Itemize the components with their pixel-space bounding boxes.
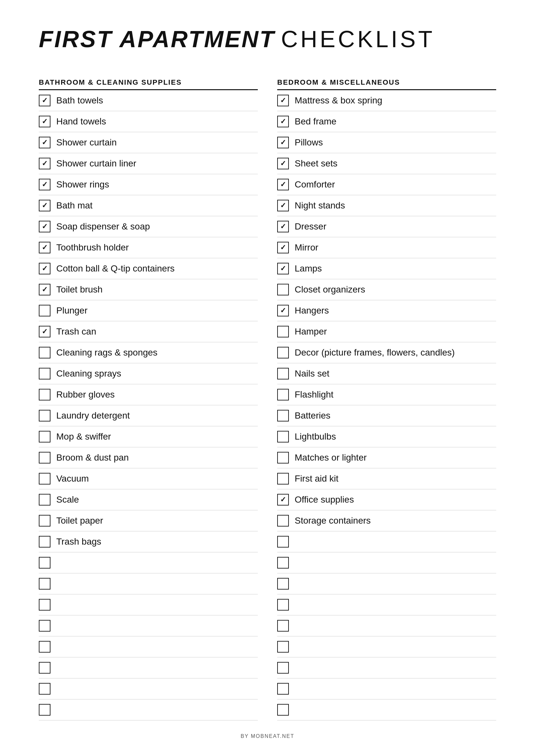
list-item[interactable]: Shower curtain <box>39 132 258 153</box>
checkbox-unchecked[interactable] <box>39 410 50 421</box>
checkbox-unchecked[interactable] <box>39 662 50 674</box>
checkbox-checked[interactable] <box>39 116 50 127</box>
checkbox-checked[interactable] <box>277 137 289 148</box>
list-item[interactable] <box>277 658 496 678</box>
checkbox-unchecked[interactable] <box>39 368 50 379</box>
checkbox-unchecked[interactable] <box>39 431 50 443</box>
list-item[interactable] <box>277 573 496 594</box>
list-item[interactable] <box>277 553 496 573</box>
list-item[interactable]: Hand towels <box>39 111 258 132</box>
list-item[interactable]: Sheet sets <box>277 153 496 174</box>
list-item[interactable]: Cleaning rags & sponges <box>39 342 258 363</box>
list-item[interactable]: Night stands <box>277 195 496 216</box>
list-item[interactable] <box>39 553 258 573</box>
list-item[interactable] <box>277 636 496 658</box>
checkbox-checked[interactable] <box>39 221 50 232</box>
list-item[interactable] <box>39 594 258 615</box>
list-item[interactable]: Bed frame <box>277 111 496 132</box>
list-item[interactable]: Office supplies <box>277 489 496 510</box>
list-item[interactable]: Nails set <box>277 363 496 384</box>
checkbox-unchecked[interactable] <box>39 683 50 694</box>
checkbox-checked[interactable] <box>39 284 50 295</box>
checkbox-checked[interactable] <box>39 95 50 106</box>
checkbox-checked[interactable] <box>39 179 50 190</box>
checkbox-unchecked[interactable] <box>277 683 289 694</box>
checkbox-unchecked[interactable] <box>277 536 289 548</box>
list-item[interactable] <box>277 531 496 553</box>
checkbox-checked[interactable] <box>39 137 50 148</box>
checkbox-unchecked[interactable] <box>39 452 50 464</box>
checkbox-unchecked[interactable] <box>39 557 50 569</box>
list-item[interactable]: Toothbrush holder <box>39 237 258 258</box>
list-item[interactable]: Storage containers <box>277 510 496 531</box>
list-item[interactable]: Cotton ball & Q-tip containers <box>39 258 258 279</box>
list-item[interactable]: Soap dispenser & soap <box>39 216 258 237</box>
checkbox-checked[interactable] <box>277 263 289 274</box>
list-item[interactable]: Hamper <box>277 321 496 342</box>
checkbox-checked[interactable] <box>277 494 289 505</box>
list-item[interactable]: Decor (picture frames, flowers, candles) <box>277 342 496 363</box>
checkbox-unchecked[interactable] <box>277 515 289 526</box>
checkbox-unchecked[interactable] <box>277 431 289 443</box>
list-item[interactable]: Bath mat <box>39 195 258 216</box>
checkbox-unchecked[interactable] <box>39 536 50 548</box>
checkbox-unchecked[interactable] <box>277 704 289 716</box>
list-item[interactable]: Pillows <box>277 132 496 153</box>
checkbox-unchecked[interactable] <box>277 557 289 569</box>
list-item[interactable]: Lamps <box>277 258 496 279</box>
list-item[interactable]: Plunger <box>39 300 258 321</box>
list-item[interactable]: Mop & swiffer <box>39 426 258 447</box>
checkbox-unchecked[interactable] <box>39 641 50 653</box>
list-item[interactable] <box>277 594 496 615</box>
list-item[interactable]: Flashlight <box>277 384 496 405</box>
list-item[interactable]: Toilet paper <box>39 510 258 531</box>
checkbox-unchecked[interactable] <box>39 389 50 400</box>
list-item[interactable]: Scale <box>39 489 258 510</box>
list-item[interactable]: Cleaning sprays <box>39 363 258 384</box>
list-item[interactable]: Trash bags <box>39 531 258 553</box>
list-item[interactable]: Mirror <box>277 237 496 258</box>
list-item[interactable]: Shower curtain liner <box>39 153 258 174</box>
list-item[interactable]: Laundry detergent <box>39 405 258 426</box>
checkbox-checked[interactable] <box>277 116 289 127</box>
list-item[interactable]: Hangers <box>277 300 496 321</box>
list-item[interactable] <box>39 573 258 594</box>
list-item[interactable]: Mattress & box spring <box>277 90 496 111</box>
checkbox-unchecked[interactable] <box>277 284 289 295</box>
checkbox-checked[interactable] <box>277 200 289 211</box>
checkbox-unchecked[interactable] <box>39 347 50 359</box>
checkbox-checked[interactable] <box>39 200 50 211</box>
checkbox-unchecked[interactable] <box>39 620 50 632</box>
checkbox-unchecked[interactable] <box>277 452 289 464</box>
list-item[interactable]: Broom & dust pan <box>39 447 258 468</box>
checkbox-checked[interactable] <box>39 242 50 254</box>
list-item[interactable] <box>39 636 258 658</box>
checkbox-unchecked[interactable] <box>277 578 289 589</box>
checkbox-unchecked[interactable] <box>277 347 289 359</box>
list-item[interactable]: Rubber gloves <box>39 384 258 405</box>
checkbox-unchecked[interactable] <box>277 599 289 610</box>
checkbox-unchecked[interactable] <box>39 704 50 716</box>
checkbox-checked[interactable] <box>39 158 50 169</box>
list-item[interactable] <box>39 678 258 699</box>
checkbox-unchecked[interactable] <box>39 494 50 505</box>
list-item[interactable] <box>277 678 496 699</box>
checkbox-checked[interactable] <box>39 263 50 274</box>
checkbox-unchecked[interactable] <box>39 599 50 610</box>
list-item[interactable]: Batteries <box>277 405 496 426</box>
checkbox-checked[interactable] <box>277 242 289 254</box>
checkbox-checked[interactable] <box>39 326 50 338</box>
list-item[interactable]: Shower rings <box>39 174 258 195</box>
list-item[interactable]: Vacuum <box>39 468 258 489</box>
list-item[interactable]: Bath towels <box>39 90 258 111</box>
list-item[interactable]: Matches or lighter <box>277 447 496 468</box>
checkbox-unchecked[interactable] <box>39 473 50 484</box>
list-item[interactable] <box>39 699 258 720</box>
checkbox-checked[interactable] <box>277 221 289 232</box>
checkbox-unchecked[interactable] <box>39 515 50 526</box>
list-item[interactable]: First aid kit <box>277 468 496 489</box>
list-item[interactable] <box>277 699 496 720</box>
checkbox-checked[interactable] <box>277 158 289 169</box>
list-item[interactable]: Comforter <box>277 174 496 195</box>
checkbox-unchecked[interactable] <box>277 662 289 674</box>
